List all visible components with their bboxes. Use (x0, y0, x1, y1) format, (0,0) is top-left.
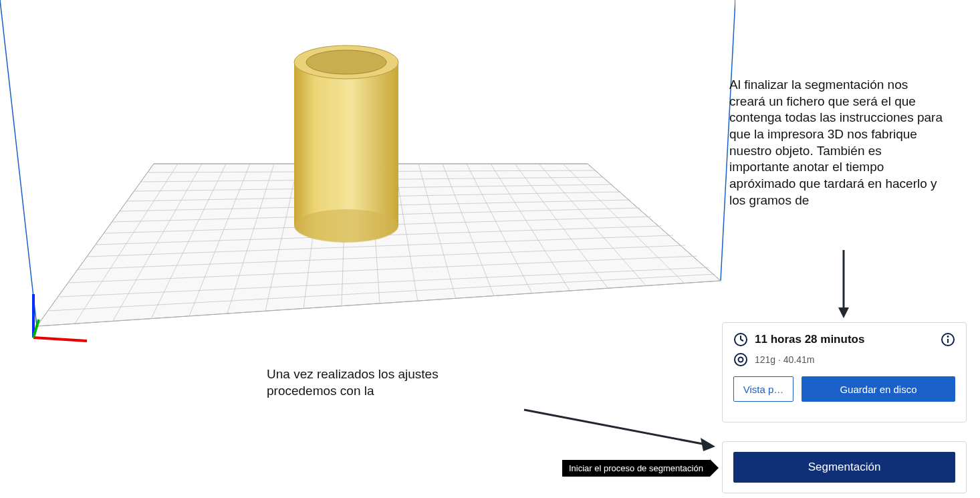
annotation-arrow-top (833, 247, 860, 321)
svg-line-0 (0, 0, 37, 326)
svg-line-41 (33, 338, 87, 341)
tooltip-text: Iniciar el proceso de segmentación (562, 460, 710, 477)
slice-button-tooltip: Iniciar el proceso de segmentación (562, 459, 719, 477)
svg-point-39 (294, 209, 398, 243)
svg-point-54 (739, 358, 743, 362)
annotation-arrow-bottom (521, 404, 722, 465)
svg-line-45 (524, 410, 706, 445)
preview-button[interactable]: Vista p… (733, 376, 793, 402)
svg-marker-44 (838, 307, 849, 318)
material-usage-text: 121g · 40.41m (755, 354, 815, 365)
model-cylinder[interactable] (294, 45, 398, 243)
save-to-disk-button[interactable]: Guardar en disco (802, 376, 955, 402)
clock-icon (733, 332, 748, 347)
segmentation-card: Segmentación (722, 441, 967, 493)
svg-line-49 (741, 340, 743, 341)
tooltip-arrow-icon (710, 459, 719, 477)
estimated-time-text: 11 horas 28 minutos (755, 333, 934, 346)
filament-spool-icon (733, 352, 748, 367)
annotation-bottom-text: Una vez realizados los ajustes procedemo… (267, 366, 501, 399)
info-icon[interactable] (941, 332, 955, 347)
annotation-top-text: Al finalizar la segmentación nos creará … (729, 77, 943, 209)
svg-marker-46 (701, 438, 715, 451)
svg-point-53 (735, 354, 747, 366)
slice-info-card: 11 horas 28 minutos 121g · 40.41m Vista … (722, 322, 967, 422)
svg-point-38 (306, 50, 386, 74)
svg-point-51 (947, 336, 949, 338)
slice-button[interactable]: Segmentación (733, 452, 955, 483)
